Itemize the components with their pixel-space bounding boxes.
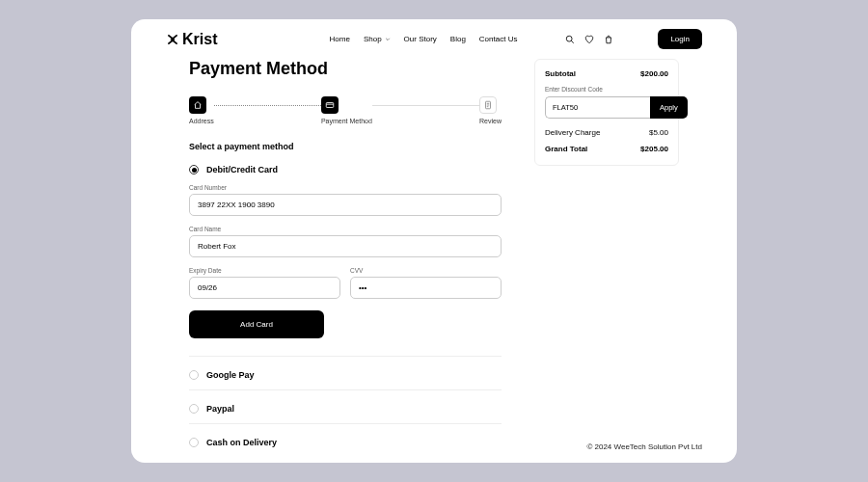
expiry-input[interactable] [189,277,340,299]
step-payment[interactable]: Payment Method [321,96,372,124]
step-address[interactable]: Address [189,96,214,124]
step-review[interactable]: Review [479,96,502,124]
footer-copyright: © 2024 WeeTech Solution Pvt Ltd [586,442,702,451]
nav-blog[interactable]: Blog [450,35,466,43]
apply-button[interactable]: Apply [650,96,688,119]
login-button[interactable]: Login [658,29,702,49]
nav-contact[interactable]: Contact Us [479,35,518,43]
heart-icon[interactable] [584,35,594,44]
method-cod[interactable]: Cash on Delivery [189,438,502,447]
order-summary: Subtotal $200.00 Enter Discount Code App… [534,59,679,166]
method-gpay[interactable]: Google Pay [189,370,502,380]
header-icons [565,35,613,44]
cvv-label: CVV [350,267,502,274]
subtotal-label: Subtotal [545,69,576,78]
discount-input[interactable] [545,96,650,119]
method-card[interactable]: Debit/Credit Card [189,165,502,174]
subtotal-value: $200.00 [640,69,668,78]
checkout-stepper: Address Payment Method Review [189,96,502,124]
card-number-input[interactable] [189,194,502,216]
nav-home[interactable]: Home [330,35,350,43]
svg-rect-1 [326,103,334,108]
cvv-input[interactable] [350,277,502,299]
radio-icon[interactable] [189,438,199,447]
radio-icon[interactable] [189,404,199,414]
card-number-label: Card Number [189,184,502,191]
radio-icon[interactable] [189,370,199,380]
expiry-label: Expiry Date [189,267,340,274]
discount-label: Enter Discount Code [545,86,668,93]
chevron-down-icon [385,37,391,42]
delivery-value: $5.00 [649,128,668,137]
search-icon[interactable] [565,35,575,44]
nav-story[interactable]: Our Story [404,35,437,43]
method-paypal[interactable]: Paypal [189,404,502,414]
nav-shop[interactable]: Shop [364,35,391,43]
step-connector [372,105,479,106]
card-name-label: Card Name [189,226,502,232]
select-method-label: Select a payment method [189,142,502,151]
svg-point-0 [567,36,573,41]
bag-icon[interactable] [604,35,613,44]
card-icon [325,100,335,110]
card-name-input[interactable] [189,235,502,257]
divider [189,356,502,357]
logo-icon [166,33,179,46]
home-icon [193,100,203,110]
grand-label: Grand Total [545,145,587,153]
nav: Home Shop Our Story Blog Contact Us [330,35,518,43]
delivery-label: Delivery Charge [545,128,600,137]
radio-icon[interactable] [189,165,199,174]
divider [189,389,502,390]
brand-name: Krist [182,31,217,48]
header: Krist Home Shop Our Story Blog Contact U… [131,19,737,59]
step-connector [214,105,321,106]
divider [189,423,502,424]
document-icon [483,100,493,110]
grand-value: $205.00 [640,145,668,153]
page-title: Payment Method [189,59,502,79]
brand-logo[interactable]: Krist [166,31,217,48]
add-card-button[interactable]: Add Card [189,310,324,338]
